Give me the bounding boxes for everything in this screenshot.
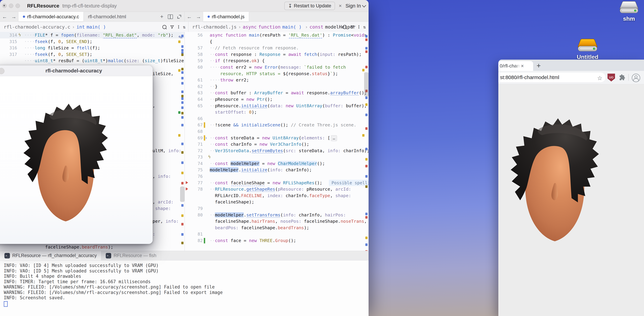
line-number[interactable]: 314	[0, 32, 18, 38]
line-number[interactable]	[186, 244, 204, 250]
scrollbar-thumb[interactable]	[364, 72, 368, 96]
bookmark-star-icon[interactable]: ☆	[597, 75, 602, 81]
address-bar[interactable]: st:8080/rfl-charmodel.html ☆	[498, 73, 606, 82]
restart-to-update-button[interactable]: ↧ Restart to Update	[284, 2, 335, 10]
intention-bolt-icon[interactable]: ϟ	[208, 154, 211, 161]
stripe-mark[interactable]	[181, 162, 184, 164]
search-icon[interactable]	[343, 25, 347, 29]
cursor-mode-icon[interactable]: I	[358, 25, 360, 30]
maximize-editor-icon[interactable]	[177, 15, 181, 19]
stripe-mark[interactable]	[181, 172, 184, 174]
error-stripe[interactable]: ✎	[177, 32, 184, 251]
line-number[interactable]: 57	[186, 45, 204, 51]
code-line[interactable]: 74··const modelHelper = new CharModelHel…	[186, 161, 369, 167]
breadcrumb-segment[interactable]: ›	[305, 24, 308, 30]
stripe-mark[interactable]	[365, 66, 368, 68]
breadcrumb-right[interactable]: rfl-charmodel.js›asyncfunctionmain( )›co…	[188, 22, 368, 32]
breadcrumb-segment[interactable]: ›	[238, 24, 241, 30]
stripe-mark[interactable]	[365, 165, 368, 168]
breadcrumb-segment[interactable]: rfl-charmodel.js	[192, 24, 236, 30]
code-line[interactable]: facelineShape.hairTrans, nosePos: faceli…	[186, 218, 369, 225]
intention-bolt-icon[interactable]: ϟ	[18, 32, 21, 38]
stripe-mark[interactable]	[365, 216, 368, 219]
code-line[interactable]: 66	[186, 115, 369, 122]
terminal-tab[interactable]: >_RFLResource — rfl_charmodel_accuracy	[0, 251, 101, 260]
code-line[interactable]: facelineShape.beardTrans);	[0, 244, 184, 250]
breadcrumb-segment[interactable]: const	[310, 24, 323, 30]
code-line[interactable]: startOffset: 0);	[186, 109, 369, 115]
line-number[interactable]	[186, 218, 204, 225]
code-line[interactable]: 57··// Fetch resource from response.	[186, 45, 369, 51]
line-number[interactable]: 59	[186, 58, 204, 64]
code-line[interactable]: 80··modelHelper.setTransforms(info: char…	[186, 212, 369, 218]
back-icon[interactable]: ←	[0, 12, 9, 22]
breadcrumb-left[interactable]: rfl-charmodel-accuracy.c›intmain( ) I ⇅	[0, 22, 188, 32]
close-button[interactable]	[2, 4, 7, 8]
stripe-mark[interactable]	[365, 50, 368, 53]
stripe-mark[interactable]	[181, 71, 184, 74]
code-line[interactable]: ····uint8_t* resBuf = (uint8_t*)malloc(s…	[0, 58, 184, 64]
stripe-mark[interactable]	[365, 175, 368, 178]
stripe-mark[interactable]	[181, 214, 184, 217]
line-number[interactable]: 75	[186, 167, 204, 173]
breadcrumb-segment[interactable]: main( )	[282, 24, 302, 30]
line-number[interactable]	[186, 193, 204, 199]
stripe-mark[interactable]	[365, 103, 368, 106]
stripe-mark[interactable]	[181, 182, 184, 185]
line-number[interactable]	[0, 58, 18, 64]
dismiss-update-icon[interactable]: ×	[339, 3, 342, 9]
line-number[interactable]	[0, 244, 18, 250]
stripe-mark[interactable]	[178, 111, 180, 114]
stripe-mark[interactable]	[181, 91, 184, 93]
breadcrumb-segment[interactable]: function	[258, 24, 280, 30]
stripe-mark[interactable]	[181, 35, 184, 37]
editor-tab[interactable]: rfl-charmodel.js	[203, 12, 249, 22]
code-line[interactable]: beardPos: facelineShape.beardTrans);	[186, 225, 369, 231]
line-number[interactable]: 79	[186, 205, 204, 212]
code-line[interactable]: 81	[186, 231, 369, 237]
folded-code-chip[interactable]: …	[331, 135, 337, 141]
line-number[interactable]	[186, 225, 204, 231]
stripe-mark[interactable]	[181, 242, 184, 244]
editor-splitter[interactable]	[184, 32, 186, 251]
line-number[interactable]: 63	[186, 90, 204, 96]
breadcrumb-segment[interactable]: rfl-charmodel-accuracy.c	[4, 24, 70, 30]
line-number[interactable]: 64	[186, 96, 204, 103]
code-line[interactable]: 75modelHelper.initialize(info: charInfo)…	[186, 167, 369, 173]
code-line[interactable]: 71··const charInfo = new Ver3CharInfo();	[186, 141, 369, 147]
stripe-mark[interactable]	[181, 45, 184, 48]
stripe-mark[interactable]	[178, 69, 180, 72]
split-editor-icon[interactable]	[168, 15, 173, 19]
line-number[interactable]: 56	[186, 32, 204, 38]
stripe-mark[interactable]	[181, 82, 184, 85]
forward-icon[interactable]: →	[194, 12, 203, 22]
line-number[interactable]: 71	[186, 141, 204, 147]
profile-avatar-icon[interactable]	[632, 74, 640, 82]
tab-close-icon[interactable]: ×	[521, 63, 524, 69]
stripe-mark[interactable]	[181, 112, 184, 114]
line-number[interactable]: 82	[186, 237, 204, 244]
stripe-mark[interactable]	[365, 47, 368, 50]
code-line[interactable]: 315····fseek(f, 0, SEEK_END);	[0, 38, 184, 45]
stripe-mark[interactable]	[365, 185, 368, 188]
sort-icon[interactable]: ⇅	[363, 25, 366, 30]
editor-tab[interactable]: rfl-charmodel-accuracy.c	[18, 12, 84, 22]
stripe-mark[interactable]	[365, 243, 368, 246]
stripe-mark[interactable]	[365, 127, 368, 130]
desktop-icon-shm[interactable]: shm	[614, 1, 644, 22]
code-line[interactable]: RFLiArcID.FACELINE, index: charInfo.face…	[186, 193, 369, 199]
code-line[interactable]: 59··if (!response.ok) {	[186, 58, 369, 64]
browser-tab[interactable]: 0/rfl-charm ×	[498, 61, 533, 71]
filter-icon[interactable]	[170, 25, 174, 29]
code-line[interactable]: 62··}	[186, 83, 369, 90]
extensions-icon[interactable]	[619, 74, 626, 81]
stripe-mark[interactable]	[365, 237, 368, 239]
stripe-mark[interactable]	[181, 54, 184, 56]
stripe-mark[interactable]	[365, 158, 368, 161]
forward-icon[interactable]: →	[9, 12, 18, 22]
stripe-mark[interactable]	[181, 223, 184, 225]
stripe-mark[interactable]	[178, 41, 180, 43]
line-number[interactable]	[186, 38, 204, 45]
line-number[interactable]: 65	[186, 103, 204, 109]
stripe-mark[interactable]	[181, 124, 184, 126]
